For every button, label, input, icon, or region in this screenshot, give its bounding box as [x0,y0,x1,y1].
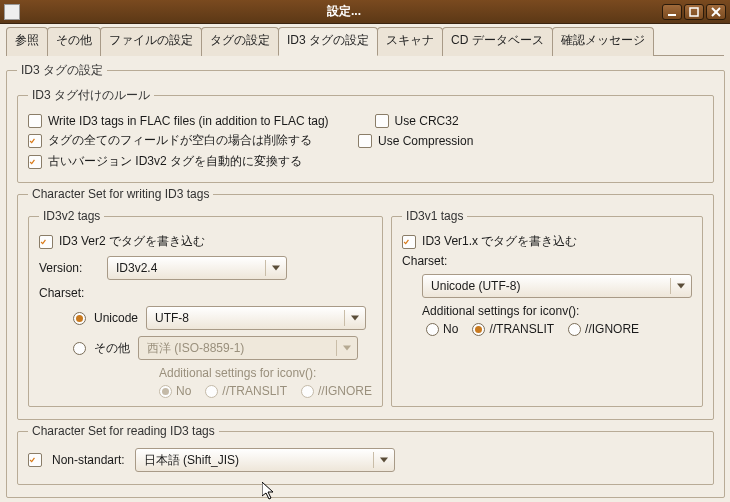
group-id3v2: ID3v2 tags ID3 Ver2 でタグを書き込む Version: ID… [28,209,383,407]
radio-v2-iconv-translit [205,385,218,398]
app-icon [4,4,20,20]
titlebar: 設定... [0,0,730,24]
group-read-charset-label: Character Set for reading ID3 tags [28,424,219,438]
checkbox-use-compression[interactable] [358,134,372,148]
label-v2-other: その他 [94,340,130,357]
select-v2-unicode-charset[interactable]: UTF-8 [146,306,366,330]
tab-id3-settings[interactable]: ID3 タグの設定 [278,27,378,56]
label-write-flac: Write ID3 tags in FLAC files (in additio… [48,114,329,128]
radio-v2-other[interactable] [73,342,86,355]
checkbox-strip-empty[interactable] [28,134,42,148]
label-v2-enable: ID3 Ver2 でタグを書き込む [59,233,205,250]
group-write-charset-label: Character Set for writing ID3 tags [28,187,213,201]
group-id3v1: ID3v1 tags ID3 Ver1.x でタグを書き込む Charset: … [391,209,703,407]
select-read-charset-value: 日本語 (Shift_JIS) [144,452,239,469]
minimize-button[interactable] [662,4,682,20]
tab-tag-settings[interactable]: タグの設定 [201,27,279,56]
close-button[interactable] [706,4,726,20]
radio-v2-iconv-no [159,385,172,398]
checkbox-auto-convert-old-v2[interactable] [28,155,42,169]
radio-v2-iconv-ignore [301,385,314,398]
maximize-button[interactable] [684,4,704,20]
label-v1-iconv: Additional settings for iconv(): [422,304,692,318]
label-nonstandard: Non-standart: [52,453,125,467]
radio-v1-iconv-no[interactable] [426,323,439,336]
group-id3-rules: ID3 タグ付けのルール Write ID3 tags in FLAC file… [17,87,714,183]
tab-cddb[interactable]: CD データベース [442,27,553,56]
group-id3-settings: ID3 タグの設定 ID3 タグ付けのルール Write ID3 tags in… [6,62,725,498]
radio-v1-iconv-translit[interactable] [472,323,485,336]
group-id3-rules-label: ID3 タグ付けのルール [28,87,154,104]
tab-confirmation[interactable]: 確認メッセージ [552,27,654,56]
svg-rect-1 [690,8,698,16]
checkbox-v1-enable[interactable] [402,235,416,249]
group-read-charset: Character Set for reading ID3 tags Non-s… [17,424,714,485]
select-v2-other-charset: 西洋 (ISO-8859-1) [138,336,358,360]
group-id3v1-label: ID3v1 tags [402,209,467,223]
tab-scanner[interactable]: スキャナ [377,27,443,56]
checkbox-nonstandard[interactable] [28,453,42,467]
label-v1-iconv-translit: //TRANSLIT [489,322,554,336]
tab-browse[interactable]: 参照 [6,27,48,56]
group-id3v2-label: ID3v2 tags [39,209,104,223]
tab-file-settings[interactable]: ファイルの設定 [100,27,202,56]
checkbox-write-flac[interactable] [28,114,42,128]
label-auto-convert-old-v2: 古いバージョン ID3v2 タグを自動的に変換する [48,153,302,170]
label-strip-empty: タグの全てのフィールドが空白の場合は削除する [48,132,312,149]
label-use-compression: Use Compression [378,134,473,148]
radio-v1-iconv-ignore[interactable] [568,323,581,336]
label-v1-charset: Charset: [402,254,692,268]
select-v1-charset[interactable]: Unicode (UTF-8) [422,274,692,298]
checkbox-use-crc32[interactable] [375,114,389,128]
label-use-crc32: Use CRC32 [395,114,459,128]
group-write-charset: Character Set for writing ID3 tags ID3v2… [17,187,714,420]
label-v1-enable: ID3 Ver1.x でタグを書き込む [422,233,577,250]
label-v2-version: Version: [39,261,99,275]
label-v2-iconv-translit: //TRANSLIT [222,384,287,398]
select-v1-charset-value: Unicode (UTF-8) [431,279,520,293]
checkbox-v2-enable[interactable] [39,235,53,249]
select-read-charset[interactable]: 日本語 (Shift_JIS) [135,448,395,472]
label-v1-iconv-no: No [443,322,458,336]
select-v2-other-value: 西洋 (ISO-8859-1) [147,340,244,357]
select-v2-version-value: ID3v2.4 [116,261,157,275]
label-v1-iconv-ignore: //IGNORE [585,322,639,336]
label-v2-iconv-no: No [176,384,191,398]
label-v2-iconv: Additional settings for iconv(): [159,366,372,380]
window-title: 設定... [26,3,662,20]
tab-bar: 参照 その他 ファイルの設定 タグの設定 ID3 タグの設定 スキャナ CD デ… [6,26,724,56]
select-v2-version[interactable]: ID3v2.4 [107,256,287,280]
label-v2-iconv-ignore: //IGNORE [318,384,372,398]
label-v2-unicode: Unicode [94,311,138,325]
group-id3-settings-label: ID3 タグの設定 [17,62,107,79]
radio-v2-unicode[interactable] [73,312,86,325]
tab-misc[interactable]: その他 [47,27,101,56]
label-v2-charset: Charset: [39,286,372,300]
select-v2-unicode-value: UTF-8 [155,311,189,325]
